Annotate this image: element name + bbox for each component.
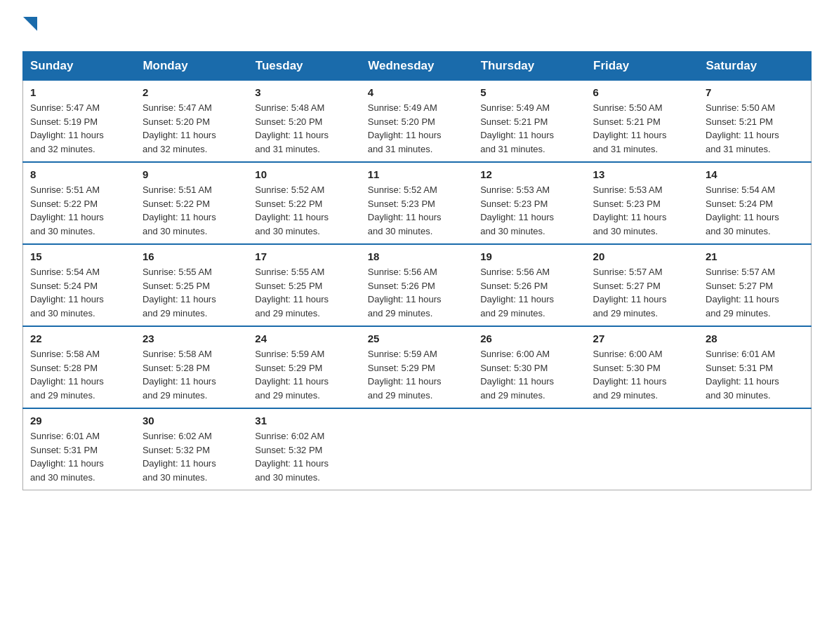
calendar-cell: 13Sunrise: 5:53 AMSunset: 5:23 PMDayligh… xyxy=(586,162,699,244)
day-info: Sunrise: 5:54 AMSunset: 5:24 PMDaylight:… xyxy=(706,183,804,238)
page-header xyxy=(22,17,812,39)
day-info: Sunrise: 5:51 AMSunset: 5:22 PMDaylight:… xyxy=(143,183,241,238)
day-number: 14 xyxy=(706,168,804,180)
calendar-cell: 1Sunrise: 5:47 AMSunset: 5:19 PMDaylight… xyxy=(23,81,135,163)
day-info: Sunrise: 5:48 AMSunset: 5:20 PMDaylight:… xyxy=(255,101,353,156)
day-number: 15 xyxy=(30,250,128,262)
day-info: Sunrise: 5:51 AMSunset: 5:22 PMDaylight:… xyxy=(30,183,128,238)
day-info: Sunrise: 5:55 AMSunset: 5:25 PMDaylight:… xyxy=(255,265,353,320)
day-info: Sunrise: 5:50 AMSunset: 5:21 PMDaylight:… xyxy=(593,101,691,156)
calendar-cell: 27Sunrise: 6:00 AMSunset: 5:30 PMDayligh… xyxy=(586,326,699,408)
day-info: Sunrise: 6:00 AMSunset: 5:30 PMDaylight:… xyxy=(480,347,578,402)
day-info: Sunrise: 5:57 AMSunset: 5:27 PMDaylight:… xyxy=(706,265,804,320)
calendar-cell: 14Sunrise: 5:54 AMSunset: 5:24 PMDayligh… xyxy=(699,162,811,244)
day-info: Sunrise: 5:57 AMSunset: 5:27 PMDaylight:… xyxy=(593,265,691,320)
day-info: Sunrise: 5:49 AMSunset: 5:20 PMDaylight:… xyxy=(368,101,466,156)
day-number: 30 xyxy=(143,415,241,427)
day-number: 22 xyxy=(30,333,128,344)
day-info: Sunrise: 5:58 AMSunset: 5:28 PMDaylight:… xyxy=(30,347,128,402)
day-info: Sunrise: 5:58 AMSunset: 5:28 PMDaylight:… xyxy=(143,347,241,402)
calendar-cell: 28Sunrise: 6:01 AMSunset: 5:31 PMDayligh… xyxy=(699,326,811,408)
weekday-header-wednesday: Wednesday xyxy=(361,52,473,81)
weekday-header-monday: Monday xyxy=(135,52,248,81)
weekday-header-friday: Friday xyxy=(586,52,699,81)
day-number: 7 xyxy=(706,86,804,98)
day-number: 29 xyxy=(30,415,128,427)
calendar-cell: 12Sunrise: 5:53 AMSunset: 5:23 PMDayligh… xyxy=(473,162,585,244)
weekday-header-sunday: Sunday xyxy=(23,52,135,81)
calendar-cell: 19Sunrise: 5:56 AMSunset: 5:26 PMDayligh… xyxy=(473,244,585,326)
day-info: Sunrise: 5:59 AMSunset: 5:29 PMDaylight:… xyxy=(368,347,466,402)
day-info: Sunrise: 5:53 AMSunset: 5:23 PMDaylight:… xyxy=(480,183,578,238)
day-number: 26 xyxy=(480,333,578,344)
calendar-cell: 20Sunrise: 5:57 AMSunset: 5:27 PMDayligh… xyxy=(586,244,699,326)
day-number: 19 xyxy=(480,250,578,262)
calendar-cell: 10Sunrise: 5:52 AMSunset: 5:22 PMDayligh… xyxy=(248,162,360,244)
day-info: Sunrise: 5:56 AMSunset: 5:26 PMDaylight:… xyxy=(368,265,466,320)
calendar-cell: 5Sunrise: 5:49 AMSunset: 5:21 PMDaylight… xyxy=(473,81,585,163)
calendar-cell xyxy=(473,408,585,490)
calendar-cell: 9Sunrise: 5:51 AMSunset: 5:22 PMDaylight… xyxy=(135,162,248,244)
calendar-cell xyxy=(699,408,811,490)
calendar-cell xyxy=(361,408,473,490)
logo xyxy=(22,17,37,39)
day-number: 11 xyxy=(368,168,466,180)
day-number: 18 xyxy=(368,250,466,262)
day-number: 20 xyxy=(593,250,691,262)
calendar-cell: 23Sunrise: 5:58 AMSunset: 5:28 PMDayligh… xyxy=(135,326,248,408)
day-number: 17 xyxy=(255,250,353,262)
days-of-week-header: SundayMondayTuesdayWednesdayThursdayFrid… xyxy=(23,52,812,81)
calendar-cell: 4Sunrise: 5:49 AMSunset: 5:20 PMDaylight… xyxy=(361,81,473,163)
calendar-cell: 15Sunrise: 5:54 AMSunset: 5:24 PMDayligh… xyxy=(23,244,135,326)
day-number: 24 xyxy=(255,333,353,344)
day-number: 12 xyxy=(480,168,578,180)
logo-triangle-icon xyxy=(23,17,37,36)
day-number: 6 xyxy=(593,86,691,98)
calendar-week-row: 8Sunrise: 5:51 AMSunset: 5:22 PMDaylight… xyxy=(23,162,812,244)
day-number: 10 xyxy=(255,168,353,180)
day-info: Sunrise: 6:01 AMSunset: 5:31 PMDaylight:… xyxy=(30,429,128,484)
calendar-cell: 22Sunrise: 5:58 AMSunset: 5:28 PMDayligh… xyxy=(23,326,135,408)
weekday-header-saturday: Saturday xyxy=(699,52,811,81)
day-info: Sunrise: 5:52 AMSunset: 5:22 PMDaylight:… xyxy=(255,183,353,238)
calendar-cell: 25Sunrise: 5:59 AMSunset: 5:29 PMDayligh… xyxy=(361,326,473,408)
calendar-cell: 2Sunrise: 5:47 AMSunset: 5:20 PMDaylight… xyxy=(135,81,248,163)
svg-marker-0 xyxy=(23,17,37,31)
day-number: 25 xyxy=(368,333,466,344)
calendar-cell: 18Sunrise: 5:56 AMSunset: 5:26 PMDayligh… xyxy=(361,244,473,326)
day-number: 4 xyxy=(368,86,466,98)
day-number: 3 xyxy=(255,86,353,98)
calendar-cell: 24Sunrise: 5:59 AMSunset: 5:29 PMDayligh… xyxy=(248,326,360,408)
day-info: Sunrise: 5:47 AMSunset: 5:20 PMDaylight:… xyxy=(143,101,241,156)
day-info: Sunrise: 6:00 AMSunset: 5:30 PMDaylight:… xyxy=(593,347,691,402)
day-info: Sunrise: 5:55 AMSunset: 5:25 PMDaylight:… xyxy=(143,265,241,320)
day-number: 31 xyxy=(255,415,353,427)
day-number: 2 xyxy=(143,86,241,98)
calendar-cell: 16Sunrise: 5:55 AMSunset: 5:25 PMDayligh… xyxy=(135,244,248,326)
calendar-cell: 30Sunrise: 6:02 AMSunset: 5:32 PMDayligh… xyxy=(135,408,248,490)
calendar-cell: 3Sunrise: 5:48 AMSunset: 5:20 PMDaylight… xyxy=(248,81,360,163)
calendar-week-row: 1Sunrise: 5:47 AMSunset: 5:19 PMDaylight… xyxy=(23,81,812,163)
day-number: 9 xyxy=(143,168,241,180)
day-number: 5 xyxy=(480,86,578,98)
day-info: Sunrise: 6:01 AMSunset: 5:31 PMDaylight:… xyxy=(706,347,804,402)
day-number: 27 xyxy=(593,333,691,344)
day-number: 23 xyxy=(143,333,241,344)
calendar-cell: 29Sunrise: 6:01 AMSunset: 5:31 PMDayligh… xyxy=(23,408,135,490)
day-number: 1 xyxy=(30,86,128,98)
calendar-cell: 7Sunrise: 5:50 AMSunset: 5:21 PMDaylight… xyxy=(699,81,811,163)
calendar-cell: 11Sunrise: 5:52 AMSunset: 5:23 PMDayligh… xyxy=(361,162,473,244)
day-info: Sunrise: 6:02 AMSunset: 5:32 PMDaylight:… xyxy=(255,429,353,484)
calendar-week-row: 29Sunrise: 6:01 AMSunset: 5:31 PMDayligh… xyxy=(23,408,812,490)
day-info: Sunrise: 5:56 AMSunset: 5:26 PMDaylight:… xyxy=(480,265,578,320)
day-info: Sunrise: 5:49 AMSunset: 5:21 PMDaylight:… xyxy=(480,101,578,156)
weekday-header-tuesday: Tuesday xyxy=(248,52,360,81)
day-info: Sunrise: 5:59 AMSunset: 5:29 PMDaylight:… xyxy=(255,347,353,402)
day-info: Sunrise: 6:02 AMSunset: 5:32 PMDaylight:… xyxy=(143,429,241,484)
day-info: Sunrise: 5:47 AMSunset: 5:19 PMDaylight:… xyxy=(30,101,128,156)
weekday-header-thursday: Thursday xyxy=(473,52,585,81)
day-number: 13 xyxy=(593,168,691,180)
day-number: 8 xyxy=(30,168,128,180)
calendar-cell: 26Sunrise: 6:00 AMSunset: 5:30 PMDayligh… xyxy=(473,326,585,408)
calendar-table: SundayMondayTuesdayWednesdayThursdayFrid… xyxy=(22,51,812,490)
